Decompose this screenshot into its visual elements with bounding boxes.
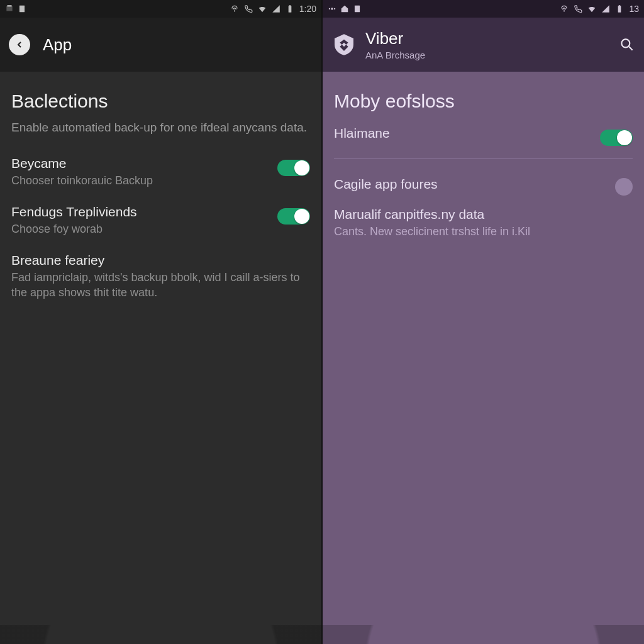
status-time: 13	[629, 4, 639, 14]
svg-rect-7	[618, 6, 621, 12]
svg-line-10	[629, 47, 633, 50]
section-heading: Moby eofsloss	[334, 91, 633, 112]
setting-subtext: Fad iampriclaip, witds's backup bbolk, w…	[11, 270, 301, 300]
section-description: Enable automatied back-up for one ifdeal…	[11, 119, 310, 136]
setting-subtext: Cants. New seclicinent trshst life in i.…	[334, 225, 624, 239]
signal-icon	[601, 4, 610, 13]
phone-icon	[244, 4, 253, 13]
svg-point-4	[329, 8, 330, 9]
setting-row-fendugs[interactable]: Fendugs Trepliviends Choose foy worab	[11, 198, 310, 247]
search-icon[interactable]	[619, 36, 635, 53]
setting-row-beycame[interactable]: Beycame Chooser toinkorauic Backup	[11, 150, 310, 198]
content-area: Moby eofsloss Hlaimane Cagile app foures…	[323, 72, 644, 644]
content-area: Baclections Enable automatied back-up fo…	[0, 72, 321, 644]
status-time: 1:20	[299, 4, 316, 14]
svg-rect-1	[288, 6, 291, 12]
cast-icon	[230, 4, 239, 13]
setting-label: Fendugs Trepliviends	[11, 204, 269, 219]
notif-icon	[5, 4, 14, 13]
card-icon	[18, 4, 26, 13]
home-icon	[340, 4, 349, 13]
svg-point-5	[334, 8, 335, 9]
back-button[interactable]	[9, 34, 30, 55]
status-bar: 13	[323, 0, 644, 18]
dial-icon	[328, 4, 336, 13]
radio-button[interactable]	[615, 178, 633, 196]
divider-line	[334, 158, 633, 159]
phone-icon	[574, 4, 582, 13]
appbar-subtitle: AnA Brchsage	[365, 50, 425, 60]
toggle-switch[interactable]	[277, 208, 310, 225]
setting-row-marualif[interactable]: Marualif canpitfes.ny data Cants. New se…	[334, 206, 633, 249]
cast-icon	[560, 4, 569, 13]
svg-rect-0	[19, 6, 25, 13]
setting-label: Beycame	[11, 156, 269, 171]
setting-label: Breaune feariey	[11, 253, 301, 268]
setting-row-hlaimane[interactable]: Hlaimane	[334, 119, 633, 156]
wifi-icon	[587, 4, 596, 13]
right-phone: 13 Viber AnA Brchsage Moby eofsloss Hlai…	[323, 0, 644, 644]
status-bar: 1:20	[0, 0, 321, 18]
setting-row-cagile[interactable]: Cagile app foures	[334, 170, 633, 206]
setting-label: Hlaimane	[334, 126, 591, 141]
svg-rect-6	[355, 6, 360, 13]
app-bar: App	[0, 18, 321, 72]
section-heading: Baclections	[11, 91, 310, 112]
battery-icon	[286, 4, 294, 13]
setting-label: Marualif canpitfes.ny data	[334, 207, 624, 222]
app-bar: Viber AnA Brchsage	[323, 18, 644, 72]
battery-icon	[615, 4, 624, 13]
toggle-switch[interactable]	[600, 130, 633, 146]
card-icon	[353, 4, 362, 13]
signal-icon	[272, 4, 280, 13]
appbar-title: Viber	[365, 29, 425, 48]
toggle-switch[interactable]	[277, 160, 310, 176]
appbar-title: App	[43, 35, 72, 55]
svg-point-9	[621, 39, 630, 47]
setting-subtext: Choose foy worab	[11, 222, 269, 236]
setting-row-breaune[interactable]: Breaune feariey Fad iampriclaip, witds's…	[11, 247, 310, 310]
app-logo-icon	[331, 32, 357, 57]
svg-point-3	[331, 8, 333, 10]
svg-rect-8	[619, 5, 620, 6]
svg-rect-2	[289, 5, 291, 6]
setting-subtext: Chooser toinkorauic Backup	[11, 174, 269, 188]
left-phone: 1:20 App Baclections Enable automatied b…	[0, 0, 321, 644]
setting-label: Cagile app foures	[334, 177, 606, 192]
wifi-icon	[258, 4, 267, 13]
